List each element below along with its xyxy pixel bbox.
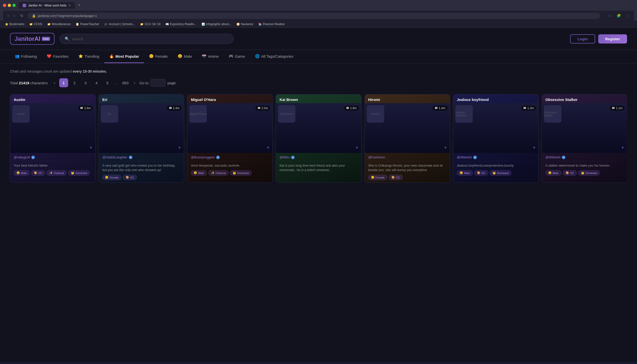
tab-female[interactable]: 😊 Female: [144, 50, 173, 63]
tab-most-popular[interactable]: 🔥 Most Popular: [104, 50, 144, 63]
logo-text: JanitorAI: [15, 35, 40, 42]
tag-icon: 🎨: [126, 176, 129, 179]
message-icon: [435, 107, 438, 110]
card-author: @Bunnynuggies ✓: [191, 156, 269, 159]
character-card[interactable]: Hiromi Hiromi 1.4m ✦ @Kashtonn She is Ch…: [365, 94, 450, 183]
card-name: Austin: [10, 94, 95, 103]
register-button[interactable]: Register: [598, 34, 627, 44]
bookmark-schoology[interactable]: 🎓 Account | Schoolo...: [102, 22, 137, 26]
back-button[interactable]: ‹: [6, 13, 10, 18]
tab-favorites[interactable]: ❤️ Favorites: [42, 50, 73, 63]
tag-oc: 🎨 OC: [123, 175, 137, 180]
divider: [191, 161, 269, 161]
new-tab-button[interactable]: +: [76, 3, 83, 8]
app-header: JanitorAI beta 🔍 search Login Register: [0, 28, 637, 50]
tab-anime[interactable]: 🎌 Anime: [197, 50, 224, 63]
character-card[interactable]: Miguel O'Hara Miguel O'Hara 2.0m ✦ @Bunn…: [187, 94, 273, 183]
page-5-button[interactable]: 5: [103, 78, 112, 87]
tag-icon: ✨: [49, 171, 53, 174]
bookmark-icon[interactable]: ☆: [606, 12, 613, 19]
sparkle-decoration: ✦: [532, 145, 536, 150]
goto-label: Go to: [139, 81, 149, 85]
tab-all-tags[interactable]: 🌐 All Tags/Categories: [250, 50, 298, 63]
message-icon: [523, 107, 526, 110]
page-label: page: [167, 81, 176, 85]
tag-male: 😄 Male: [14, 170, 30, 176]
bookmark-pearson[interactable]: 📚 Pearson Realize: [256, 22, 287, 26]
card-tags: 😊 Female 🎨 OC: [368, 175, 446, 180]
character-card[interactable]: Eri Eri 2.4m ✦ @SadistLaughter ✓ A very …: [99, 94, 184, 183]
character-image: Jealous boyfriend: [455, 105, 473, 122]
message-count: 2.0m: [255, 106, 270, 111]
message-count: 1.4m: [433, 106, 447, 111]
url-input[interactable]: 🔒 janitorai.com/?segment=popular&page=1: [28, 13, 600, 19]
next-page-button[interactable]: ›: [132, 79, 137, 86]
bookmark-powerteacher[interactable]: 📋 PowerTeacher: [74, 22, 101, 26]
card-body: @Miku ✓ Kai is your long time best frien…: [276, 153, 361, 177]
forward-button[interactable]: ›: [12, 13, 17, 18]
folder-icon: 📁: [29, 23, 33, 26]
tab-title: Janitor AI - Wow such bots: [28, 4, 67, 7]
sparkle-decoration: ✦: [266, 145, 270, 150]
verified-icon: ✓: [129, 156, 132, 159]
divider: [14, 161, 92, 161]
verified-icon: ✓: [216, 156, 220, 159]
character-card[interactable]: Obsessive Stalker Obsessive Stalker 1.1m…: [542, 94, 627, 183]
bookmark-naviance[interactable]: 🧭 Naviance: [234, 22, 255, 26]
bookmark-star[interactable]: ⭐ Bookmarks: [3, 22, 26, 26]
page-2-button[interactable]: 2: [70, 78, 79, 87]
divider: [545, 161, 623, 161]
content-area: Chats and messages count are updated eve…: [0, 64, 637, 189]
characters-grid: Austin Austin 2.6m ✦ @vabygroll ✓ Your b…: [10, 94, 627, 183]
close-button[interactable]: [3, 4, 6, 7]
female-icon: 😊: [149, 54, 154, 58]
minimize-button[interactable]: [8, 4, 11, 7]
extensions-icon[interactable]: 🧩: [615, 12, 622, 19]
male-icon: 😄: [178, 54, 182, 58]
tab-male[interactable]: 😄 Male: [173, 50, 197, 63]
tag-icon: 👑: [71, 171, 74, 174]
character-card[interactable]: Kai Brown Kai Brown 1.6m ✦ @Miku ✓ Kai i…: [276, 94, 361, 183]
goto-input[interactable]: [151, 79, 165, 86]
pearson-icon: 📚: [258, 23, 262, 26]
bookmark-infographic[interactable]: 📊 infographic about...: [200, 22, 233, 26]
page-4-button[interactable]: 4: [92, 78, 101, 87]
card-image-area: Miguel O'Hara 2.0m ✦: [187, 103, 272, 153]
page-1-button[interactable]: 1: [59, 78, 68, 87]
active-tab[interactable]: Janitor AI - Wow such bots ✕: [19, 2, 75, 9]
tab-following[interactable]: 👥 Following: [10, 50, 42, 63]
refresh-button[interactable]: ↻: [19, 13, 25, 19]
logo-button[interactable]: JanitorAI beta: [10, 33, 55, 45]
maximize-button[interactable]: [13, 4, 16, 7]
bookmark-cca[interactable]: 📁 CCA '18-'19: [138, 22, 162, 26]
tab-close-button[interactable]: ✕: [68, 4, 71, 7]
game-icon: 🎮: [229, 54, 233, 58]
card-tags: 😄 Male ✨ Fictional 👑 Dominant: [191, 170, 269, 176]
character-card[interactable]: Austin Austin 2.6m ✦ @vabygroll ✓ Your b…: [10, 94, 96, 183]
browser-chrome: Janitor AI - Wow such bots ✕ + ‹ › ↻ 🔒 j…: [0, 0, 637, 21]
tab-game[interactable]: 🎮 Game: [224, 50, 250, 63]
page-last-button[interactable]: 893: [121, 78, 130, 87]
tag-label: Dominant: [497, 172, 509, 174]
tab-trending[interactable]: ⭐ Trending: [73, 50, 104, 63]
character-card[interactable]: Jealous boyfriend Jealous boyfriend 1.2m…: [453, 94, 539, 183]
character-image: Austin: [12, 105, 30, 122]
tab-favicon: [23, 4, 26, 7]
bookmark-exp-label: Expository Readin...: [170, 22, 197, 26]
bookmark-misc[interactable]: 📁 Miscellaneous: [45, 22, 73, 26]
prev-page-button[interactable]: ‹: [52, 79, 57, 86]
sparkle-decoration: ✦: [89, 145, 93, 150]
tag-label: Fictional: [215, 172, 226, 174]
page-3-button[interactable]: 3: [81, 78, 90, 87]
tag-label: Male: [553, 172, 559, 174]
sparkle-decoration: ✦: [178, 145, 181, 150]
login-button[interactable]: Login: [570, 34, 595, 44]
card-name: Jealous boyfriend: [453, 94, 538, 103]
folder-icon-2: 📁: [47, 23, 51, 26]
menu-icon[interactable]: ⋮: [624, 12, 631, 19]
bookmark-cchs[interactable]: 📁 CCHS: [27, 22, 44, 26]
star-icon: ⭐: [5, 23, 9, 26]
card-body: @Kashtonn She is Chikaragi Hiromi, your …: [365, 153, 450, 182]
search-bar[interactable]: 🔍 search: [60, 34, 234, 44]
bookmark-expository[interactable]: 📖 Expository Readin...: [163, 22, 199, 26]
